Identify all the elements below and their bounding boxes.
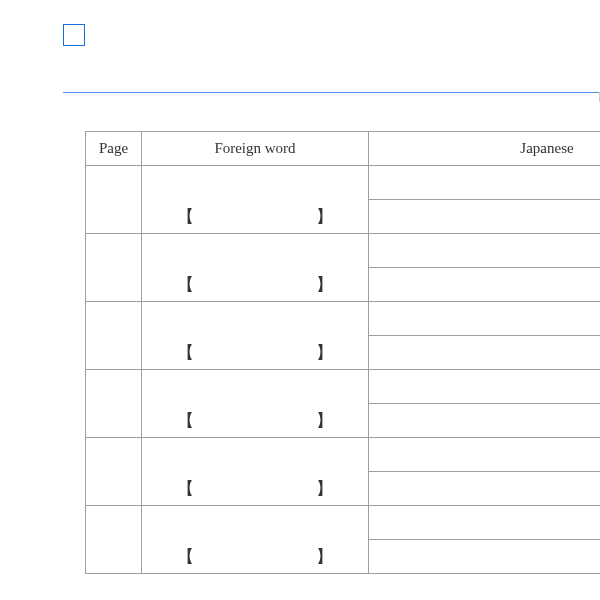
col-header-foreign-word: Foreign word: [142, 132, 369, 166]
foreign-word-cell-bottom: 【】: [142, 200, 369, 234]
foreign-word-cell-bottom: 【】: [142, 336, 369, 370]
japanese-cell-top: [369, 234, 601, 268]
vocab-table-wrap: Page Foreign word Japanese 【】【】【】【】【】【】: [85, 131, 600, 574]
page: Page Foreign word Japanese 【】【】【】【】【】【】: [0, 0, 600, 600]
checkbox-icon: [63, 24, 85, 46]
table-row: [86, 302, 601, 336]
table-row: 【】: [86, 540, 601, 574]
japanese-cell-bottom: [369, 404, 601, 438]
japanese-cell-top: [369, 438, 601, 472]
left-bracket-icon: 【: [177, 545, 194, 568]
foreign-word-cell-top: [142, 438, 369, 472]
right-bracket-icon: 】: [316, 273, 333, 296]
table-row: 【】: [86, 268, 601, 302]
table-row: [86, 506, 601, 540]
japanese-cell-top: [369, 506, 601, 540]
foreign-word-cell-top: [142, 234, 369, 268]
foreign-word-cell-bottom: 【】: [142, 540, 369, 574]
page-cell: [86, 234, 142, 302]
page-cell: [86, 438, 142, 506]
left-bracket-icon: 【: [177, 341, 194, 364]
table-row: 【】: [86, 336, 601, 370]
foreign-word-cell-bottom: 【】: [142, 472, 369, 506]
col-header-japanese: Japanese: [369, 132, 601, 166]
vocab-table: Page Foreign word Japanese 【】【】【】【】【】【】: [85, 131, 600, 574]
japanese-cell-top: [369, 302, 601, 336]
left-bracket-icon: 【: [177, 477, 194, 500]
foreign-word-cell-bottom: 【】: [142, 404, 369, 438]
page-cell: [86, 166, 142, 234]
table-row: [86, 438, 601, 472]
table-row: [86, 370, 601, 404]
table-row: [86, 166, 601, 200]
foreign-word-cell-top: [142, 302, 369, 336]
japanese-cell-bottom: [369, 472, 601, 506]
table-body: 【】【】【】【】【】【】: [86, 166, 601, 574]
right-bracket-icon: 】: [316, 205, 333, 228]
table-row: 【】: [86, 200, 601, 234]
page-cell: [86, 302, 142, 370]
horizontal-rule: [63, 92, 600, 93]
left-bracket-icon: 【: [177, 273, 194, 296]
japanese-cell-bottom: [369, 336, 601, 370]
foreign-word-cell-top: [142, 506, 369, 540]
table-row: 【】: [86, 404, 601, 438]
right-bracket-icon: 】: [316, 409, 333, 432]
page-cell: [86, 506, 142, 574]
right-bracket-icon: 】: [316, 477, 333, 500]
japanese-cell-top: [369, 370, 601, 404]
japanese-cell-top: [369, 166, 601, 200]
left-bracket-icon: 【: [177, 205, 194, 228]
left-bracket-icon: 【: [177, 409, 194, 432]
page-cell: [86, 370, 142, 438]
table-row: [86, 234, 601, 268]
col-header-page: Page: [86, 132, 142, 166]
right-bracket-icon: 】: [316, 341, 333, 364]
table-header-row: Page Foreign word Japanese: [86, 132, 601, 166]
japanese-cell-bottom: [369, 268, 601, 302]
foreign-word-cell-top: [142, 166, 369, 200]
japanese-cell-bottom: [369, 200, 601, 234]
right-bracket-icon: 】: [316, 545, 333, 568]
japanese-cell-bottom: [369, 540, 601, 574]
foreign-word-cell-bottom: 【】: [142, 268, 369, 302]
table-row: 【】: [86, 472, 601, 506]
foreign-word-cell-top: [142, 370, 369, 404]
